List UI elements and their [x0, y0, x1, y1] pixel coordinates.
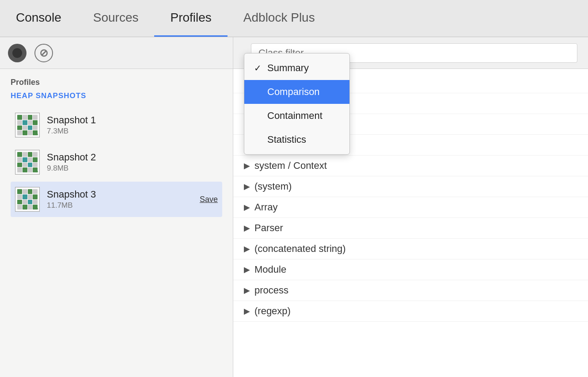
snapshot-name-3: Snapshot 3	[47, 189, 196, 200]
list-item[interactable]: ▶ (regexp)	[233, 301, 588, 322]
snapshot-info-3: Snapshot 3 11.7MB	[47, 189, 196, 210]
list-item[interactable]: ▶ system / Context	[233, 156, 588, 176]
content-toolbar: ✓ Summary Comparison Containment Statist…	[233, 37, 588, 69]
snapshot-icon-3: %	[15, 187, 40, 212]
snapshot-item-3[interactable]: % Snapshot 3 11.7MB Save	[11, 182, 222, 217]
record-icon	[12, 48, 22, 58]
tab-bar: Console Sources Profiles Adblock Plus	[0, 0, 588, 37]
snapshot-name-2: Snapshot 2	[47, 152, 218, 163]
snapshot-icon-2: %	[15, 150, 40, 175]
list-item[interactable]: ▶ process	[233, 280, 588, 301]
snapshot-item-1[interactable]: % Snapshot 1 7.3MB	[11, 107, 222, 143]
list-item[interactable]: ▶ (concatenated string)	[233, 239, 588, 259]
list-item[interactable]: ▶ Parser	[233, 218, 588, 239]
profiles-label: Profiles	[11, 78, 222, 87]
dropdown-item-statistics[interactable]: Statistics	[244, 128, 349, 152]
arrow-icon: ▶	[244, 182, 250, 191]
record-button[interactable]	[8, 44, 27, 62]
arrow-icon: ▶	[244, 286, 250, 295]
comparison-check-icon	[254, 87, 263, 97]
sidebar-toolbar: ⊘	[0, 37, 233, 69]
summary-check-icon: ✓	[254, 63, 263, 73]
tab-console[interactable]: Console	[0, 0, 77, 37]
list-item[interactable]: ▶ Module	[233, 259, 588, 280]
snapshot-info-1: Snapshot 1 7.3MB	[47, 114, 218, 136]
content-area: ✓ Summary Comparison Containment Statist…	[233, 37, 588, 377]
snapshot-item-2[interactable]: % Snapshot 2 9.8MB	[11, 145, 222, 180]
heap-snapshots-label: HEAP SNAPSHOTS	[11, 91, 222, 100]
clear-icon: ⊘	[39, 48, 48, 58]
snapshot-name-1: Snapshot 1	[47, 114, 218, 126]
snapshot-size-1: 7.3MB	[47, 127, 218, 136]
tab-adblock[interactable]: Adblock Plus	[228, 0, 331, 37]
arrow-icon: ▶	[244, 244, 250, 254]
arrow-icon: ▶	[244, 306, 250, 316]
snapshot-save-button[interactable]: Save	[200, 195, 218, 204]
arrow-icon: ▶	[244, 265, 250, 274]
containment-check-icon	[254, 110, 263, 121]
dropdown-item-summary[interactable]: ✓ Summary	[244, 56, 349, 80]
snapshot-size-2: 9.8MB	[47, 164, 218, 173]
snapshot-info-2: Snapshot 2 9.8MB	[47, 152, 218, 173]
list-item[interactable]: ▶ (system)	[233, 176, 588, 197]
view-dropdown-menu: ✓ Summary Comparison Containment Statist…	[244, 53, 350, 155]
sidebar-content: Profiles HEAP SNAPSHOTS	[0, 69, 233, 377]
snapshot-icon-1: %	[15, 113, 40, 137]
arrow-icon: ▶	[244, 202, 250, 212]
list-item[interactable]: ▶ Array	[233, 197, 588, 218]
main-area: ⊘ Profiles HEAP SNAPSHOTS	[0, 37, 588, 377]
statistics-check-icon	[254, 134, 263, 145]
dropdown-item-comparison[interactable]: Comparison	[244, 80, 349, 104]
sidebar: ⊘ Profiles HEAP SNAPSHOTS	[0, 37, 233, 377]
dropdown-item-containment[interactable]: Containment	[244, 104, 349, 128]
arrow-icon: ▶	[244, 223, 250, 233]
clear-button[interactable]: ⊘	[34, 44, 53, 62]
tab-sources[interactable]: Sources	[77, 0, 155, 37]
arrow-icon: ▶	[244, 161, 250, 171]
snapshot-size-3: 11.7MB	[47, 201, 196, 210]
tab-profiles[interactable]: Profiles	[154, 0, 227, 37]
